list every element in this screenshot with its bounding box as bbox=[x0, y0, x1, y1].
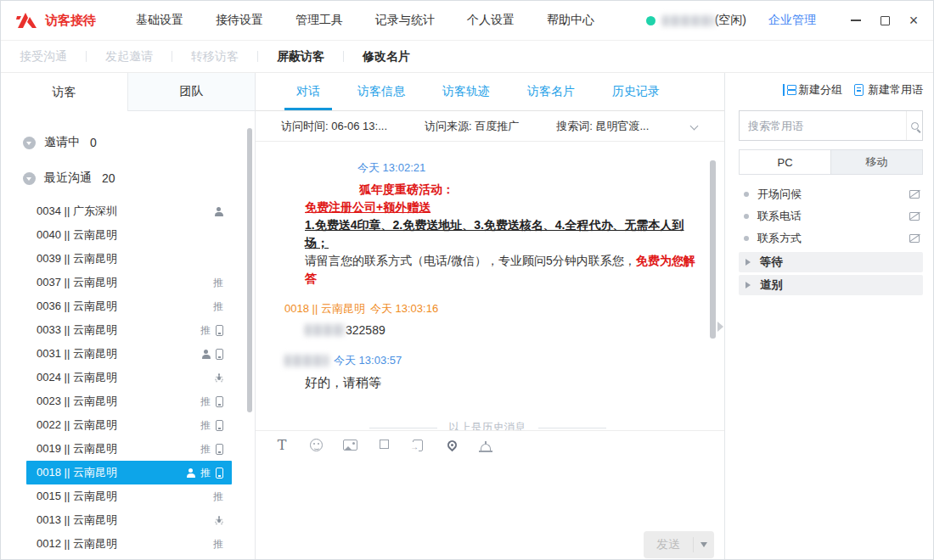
phrase-search-button[interactable] bbox=[906, 111, 922, 140]
visitor-label: 0036 || 云南昆明 bbox=[37, 299, 117, 314]
visitor-list-item[interactable]: 0022 || 云南昆明 推 bbox=[26, 413, 232, 437]
visitor-label: 0040 || 云南昆明 bbox=[37, 227, 117, 243]
font-style-button[interactable]: T bbox=[274, 438, 290, 453]
image-button[interactable] bbox=[342, 438, 357, 453]
alarm-icon bbox=[481, 444, 491, 451]
send-button[interactable]: 发送 bbox=[644, 531, 714, 558]
tab-mobile-phrases[interactable]: 移动 bbox=[830, 150, 922, 174]
send-invite-button[interactable]: 发起邀请 bbox=[87, 49, 172, 64]
maximize-button[interactable] bbox=[870, 8, 899, 33]
visitor-list-item[interactable]: 0023 || 云南昆明 推 bbox=[26, 389, 232, 413]
quick-send-icon[interactable] bbox=[909, 212, 920, 221]
sidebar-scrollbar[interactable] bbox=[247, 128, 252, 412]
tab-history[interactable]: 历史记录 bbox=[594, 73, 678, 110]
new-phrase-icon bbox=[854, 84, 864, 96]
visitor-list-item[interactable]: 0013 || 云南昆明 bbox=[26, 508, 232, 532]
mobile-icon bbox=[216, 349, 223, 360]
emoji-button[interactable] bbox=[308, 438, 324, 453]
screenshot-button[interactable] bbox=[376, 438, 391, 453]
group-inviting[interactable]: 邀请中 0 bbox=[23, 130, 255, 155]
tab-visitors[interactable]: 访客 bbox=[1, 73, 128, 111]
visitor-list-item[interactable]: 0040 || 云南昆明 bbox=[26, 223, 232, 247]
quick-send-icon[interactable] bbox=[909, 190, 920, 199]
visitor-label: 0031 || 云南昆明 bbox=[37, 346, 117, 361]
phrase-item-phone[interactable]: 联系电话 bbox=[739, 205, 923, 227]
menu-reception-settings[interactable]: 接待设置 bbox=[200, 13, 279, 28]
message-time: 今天 13:02:21 bbox=[357, 160, 425, 176]
chevron-right-icon bbox=[746, 282, 754, 288]
visitor-list-item[interactable]: 0036 || 云南昆明 推 bbox=[26, 294, 232, 318]
visitor-badges: 推 bbox=[200, 396, 223, 407]
enterprise-manage-link[interactable]: 企业管理 bbox=[768, 13, 816, 28]
minimize-button[interactable] bbox=[841, 8, 870, 33]
app-title: 访客接待 bbox=[45, 13, 96, 29]
bullet-icon bbox=[744, 214, 749, 219]
redacted-text bbox=[305, 324, 346, 336]
collapse-toggle-icon[interactable] bbox=[23, 172, 36, 185]
message-input[interactable] bbox=[256, 459, 724, 525]
visit-info-bar: 访问时间: 06-06 13:... 访问来源: 百度推广 搜索词: 昆明官渡.… bbox=[256, 111, 724, 142]
mobile-icon bbox=[216, 325, 223, 336]
visitor-list-item[interactable]: 0018 || 云南昆明 推 bbox=[26, 461, 232, 484]
menu-help-center[interactable]: 帮助中心 bbox=[531, 13, 610, 28]
visitor-list-item[interactable]: 0033 || 云南昆明 推 bbox=[26, 318, 232, 342]
accept-chat-button[interactable]: 接受沟通 bbox=[1, 49, 86, 64]
new-phrase-button[interactable]: 新建常用语 bbox=[854, 82, 923, 98]
tab-conversation[interactable]: 对话 bbox=[278, 73, 339, 110]
location-button[interactable] bbox=[444, 438, 459, 453]
block-visitor-button[interactable]: 屏蔽访客 bbox=[258, 49, 343, 64]
tab-team[interactable]: 团队 bbox=[128, 73, 255, 111]
visitor-list-item[interactable]: 0031 || 云南昆明 bbox=[26, 342, 232, 366]
phrase-item-contact[interactable]: 联系方式 bbox=[739, 227, 923, 249]
visitor-list-item[interactable]: 0019 || 云南昆明 推 bbox=[26, 437, 232, 461]
visitor-list-item[interactable]: 0034 || 广东深圳 bbox=[26, 199, 232, 223]
online-status-dot bbox=[646, 16, 655, 25]
edit-card-button[interactable]: 修改名片 bbox=[344, 49, 429, 64]
transfer-visitor-button[interactable]: 转移访客 bbox=[172, 49, 257, 64]
visitor-list-item[interactable]: 0037 || 云南昆明 推 bbox=[26, 271, 232, 294]
visitor-badges: 推 bbox=[213, 301, 223, 311]
tui-icon: 推 bbox=[213, 491, 223, 501]
phrase-group-farewell[interactable]: 道别 bbox=[739, 275, 923, 295]
new-group-button[interactable]: 新建分组 bbox=[783, 82, 842, 98]
mobile-icon bbox=[216, 420, 223, 431]
phrase-search-input[interactable] bbox=[740, 120, 906, 132]
message-header: 0018 || 云南昆明 今天 13:03:16 bbox=[284, 301, 690, 316]
chevron-down-icon[interactable] bbox=[690, 122, 699, 131]
title-bar: 访客接待 基础设置 接待设置 管理工具 记录与统计 个人设置 帮助中心 (空闲)… bbox=[1, 1, 934, 41]
tab-visitor-info[interactable]: 访客信息 bbox=[339, 73, 424, 110]
message-header: 今天 13:02:21 bbox=[284, 160, 690, 176]
alert-button[interactable] bbox=[478, 438, 493, 453]
quick-send-icon[interactable] bbox=[909, 234, 920, 243]
send-file-button[interactable] bbox=[410, 438, 425, 453]
menu-personal-settings[interactable]: 个人设置 bbox=[451, 13, 531, 28]
phrase-group-waiting[interactable]: 等待 bbox=[739, 252, 923, 272]
collapse-toggle-icon[interactable] bbox=[23, 137, 36, 149]
menu-basic-settings[interactable]: 基础设置 bbox=[120, 13, 200, 28]
tab-visitor-card[interactable]: 访客名片 bbox=[509, 73, 594, 110]
menu-management-tools[interactable]: 管理工具 bbox=[279, 13, 359, 28]
visitor-list-item[interactable]: 0024 || 云南昆明 bbox=[26, 366, 232, 389]
close-button[interactable]: × bbox=[899, 8, 928, 33]
chat-scrollbar[interactable] bbox=[710, 160, 716, 339]
visitor-badges: 推 bbox=[213, 491, 223, 501]
message-time: 今天 13:03:57 bbox=[334, 353, 402, 368]
tab-pc-phrases[interactable]: PC bbox=[740, 150, 830, 174]
message-body: 322589 bbox=[305, 322, 702, 339]
group-recent-chats[interactable]: 最近沟通 20 bbox=[23, 165, 255, 191]
visitor-badges bbox=[214, 207, 223, 216]
visit-time: 访问时间: 06-06 13:... bbox=[281, 119, 387, 134]
location-icon bbox=[445, 439, 459, 452]
phrase-item-greeting[interactable]: 开场问候 bbox=[739, 183, 923, 205]
visitor-list-item[interactable]: 0012 || 云南昆明 推 bbox=[26, 532, 232, 556]
visitor-label: 0012 || 云南昆明 bbox=[37, 536, 117, 552]
menu-records-statistics[interactable]: 记录与统计 bbox=[359, 13, 451, 28]
file-icon bbox=[413, 440, 423, 451]
search-keyword: 搜索词: 昆明官渡... bbox=[556, 119, 649, 134]
visitor-list-item[interactable]: 0015 || 云南昆明 推 bbox=[26, 484, 232, 508]
visitor-list: 0034 || 广东深圳 0040 || 云南昆明 0039 || 云南昆明 0… bbox=[1, 199, 255, 556]
visitor-list-item[interactable]: 0039 || 云南昆明 bbox=[26, 247, 232, 271]
send-options-dropdown[interactable] bbox=[694, 538, 714, 551]
tab-visitor-trail[interactable]: 访客轨迹 bbox=[424, 73, 509, 110]
visitor-action-toolbar: 接受沟通 发起邀请 转移访客 屏蔽访客 修改名片 bbox=[1, 41, 934, 73]
